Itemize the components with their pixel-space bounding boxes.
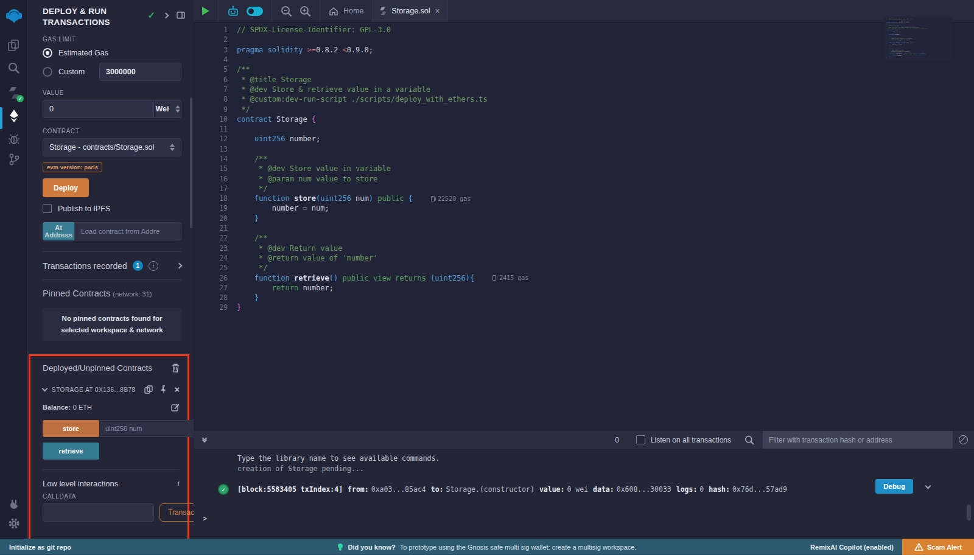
divider [43, 469, 180, 470]
value-unit-select[interactable]: Wei [154, 100, 181, 118]
transaction-filter-input[interactable] [763, 431, 953, 449]
line-number: 5 [194, 65, 228, 74]
deploy-button[interactable]: Deploy [43, 178, 89, 197]
transactions-recorded-label: Transactions recorded [43, 261, 127, 271]
store-function-button[interactable]: store [43, 420, 99, 437]
contract-select[interactable]: Storage - contracts/Storage.sol [43, 138, 181, 156]
sidebar-item-search[interactable] [0, 60, 27, 75]
code-editor[interactable]: 1// SPDX-License-Identifier: GPL-3.023pr… [194, 23, 974, 313]
store-argument-input[interactable] [99, 420, 194, 437]
pinned-empty-line1: No pinned contracts found for [62, 313, 163, 324]
transact-button[interactable]: Transact [159, 503, 194, 522]
transaction-log-text: [block:5583405 txIndex:4]from:0xa03...85… [237, 485, 787, 494]
custom-gas-input[interactable] [99, 63, 181, 81]
home-icon [329, 7, 338, 16]
code-line: 22 /** [194, 233, 974, 243]
listen-all-checkbox[interactable] [636, 435, 645, 444]
debug-button[interactable]: Debug [875, 479, 913, 494]
transactions-info-icon[interactable]: i [149, 261, 158, 271]
at-address-button[interactable]: At Address [43, 222, 74, 240]
pin-panel-icon[interactable] [177, 12, 185, 19]
clear-console-icon[interactable] [959, 435, 968, 444]
estimated-gas-option[interactable]: Estimated Gas [43, 48, 181, 58]
copy-address-icon[interactable] [144, 385, 153, 394]
line-number: 16 [194, 175, 228, 183]
copilot-status[interactable]: RemixAI Copilot (enabled) [810, 544, 894, 551]
tx-expand-icon[interactable] [925, 483, 931, 489]
calldata-label: CALLDATA [43, 493, 180, 500]
contract-collapse-icon[interactable] [42, 386, 48, 392]
publish-ipfs-checkbox[interactable] [43, 204, 52, 213]
remix-logo[interactable] [0, 5, 27, 27]
run-script-button[interactable] [194, 0, 219, 22]
value-input[interactable] [43, 100, 154, 118]
line-number: 4 [194, 55, 228, 64]
estimated-gas-radio[interactable] [43, 48, 52, 58]
code-line: 3pragma solidity >=0.8.2 <0.9.0; [194, 45, 974, 55]
pinned-empty-line2: selected workspace & network [61, 324, 163, 336]
balance-value: 0 ETH [73, 404, 92, 411]
settings-gear-icon [8, 517, 20, 530]
scam-alert-button[interactable]: Scam Alert [902, 539, 974, 555]
solidity-file-icon [380, 6, 387, 16]
tab-storage-sol[interactable]: Storage.sol × [373, 0, 447, 22]
publish-ipfs-label: Publish to IPFS [58, 205, 110, 213]
terminal-prompt: > [203, 514, 207, 523]
line-number: 26 [194, 274, 228, 282]
ai-copilot-robot-icon[interactable] [227, 5, 239, 17]
line-number: 9 [194, 105, 228, 114]
clear-all-trash-icon[interactable] [172, 363, 180, 373]
sidebar-item-git[interactable] [0, 152, 27, 167]
sidebar-item-file-explorer[interactable] [0, 38, 27, 52]
pin-contract-icon[interactable] [160, 385, 167, 394]
active-tab-label: Storage.sol [391, 7, 430, 15]
scam-alert-label: Scam Alert [927, 544, 962, 551]
line-number: 22 [194, 234, 228, 242]
low-level-interactions-title: Low level interactions [43, 479, 118, 488]
sidebar-item-plugin-manager[interactable] [0, 498, 27, 513]
at-address-input[interactable] [74, 222, 181, 240]
editor-minimap[interactable]: // SPDX-License-Identifier: GPL-3.0 prag… [884, 17, 952, 60]
gas-pump-icon [492, 275, 496, 281]
copilot-toggle[interactable] [247, 7, 263, 16]
terminal-scrollbar[interactable] [967, 505, 971, 520]
sidebar-item-debugger[interactable] [0, 131, 27, 146]
gas-pump-icon [431, 196, 435, 201]
zoom-in-icon[interactable] [300, 5, 311, 17]
transaction-log-row[interactable]: ✓ [block:5583405 txIndex:4]from:0xa03...… [218, 484, 904, 495]
code-line: 2 [194, 35, 974, 44]
remove-contract-icon[interactable]: × [175, 385, 180, 394]
code-line: 29} [194, 303, 974, 312]
gas-estimate-hint: 22520 gas [431, 195, 471, 202]
code-line: 16 * @param num value to store [194, 173, 974, 183]
code-line: 21 [194, 223, 974, 233]
sidebar-item-deploy-run[interactable] [0, 108, 27, 124]
line-number: 27 [194, 284, 228, 292]
zoom-out-icon[interactable] [281, 5, 292, 17]
transactions-expand-icon[interactable] [177, 263, 183, 269]
terminal-collapse-icon[interactable] [203, 438, 206, 442]
custom-gas-radio[interactable] [43, 67, 52, 77]
terminal-output[interactable]: Type the library name to see available c… [194, 449, 974, 539]
compile-status-check-icon: ✓ [147, 10, 155, 21]
panel-forward-icon[interactable] [163, 12, 169, 18]
edit-balance-icon[interactable] [171, 403, 180, 411]
code-line: 14 /** [194, 154, 974, 164]
did-you-know-label: Did you know? [348, 544, 395, 551]
sidebar-item-settings[interactable] [0, 516, 27, 531]
sidebar-item-solidity-compiler[interactable]: ✓ [0, 85, 27, 101]
code-line: 18 function store(uint256 num) public {2… [194, 194, 974, 203]
line-number: 13 [194, 145, 228, 153]
panel-scrollbar[interactable] [190, 97, 192, 228]
tab-home[interactable]: Home [320, 0, 373, 22]
low-level-info-icon[interactable]: i [177, 478, 180, 488]
retrieve-function-button[interactable]: retrieve [43, 443, 99, 460]
pinned-contracts-title: Pinned Contracts (network: 31) [43, 280, 181, 298]
code-line: 17 */ [194, 184, 974, 194]
tip-text: To prototype using the Gnosis safe multi… [400, 544, 637, 551]
close-tab-icon[interactable]: × [435, 6, 440, 16]
code-line: 24 * @return value of 'number' [194, 253, 974, 263]
line-number: 11 [194, 125, 228, 133]
calldata-input[interactable] [43, 503, 154, 522]
value-unit-label: Wei [156, 105, 169, 113]
